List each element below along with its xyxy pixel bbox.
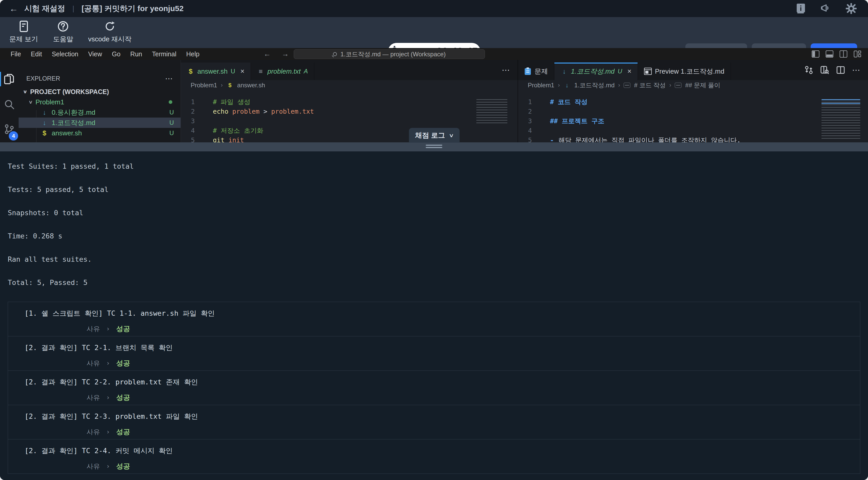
toggle-panel-icon[interactable] [826, 50, 833, 58]
tab-problem-txt[interactable]: ≡ problem.txt A [251, 62, 314, 80]
reason-toggle[interactable]: 사유 [87, 393, 100, 402]
tab-preview-md[interactable]: Preview 1.코드작성.md [638, 62, 731, 80]
tree-file-1[interactable]: ↓ 1.코드작성.md U [19, 118, 181, 128]
code-line: 4 # 저장소 초기화 [181, 126, 518, 136]
breadcrumb-left[interactable]: Problem1 › $ answer.sh [181, 80, 518, 90]
panel-resize-divider[interactable] [0, 142, 868, 151]
chevron-down-icon: ∨ [23, 89, 28, 95]
code-line: 1 # 파일 생성 [181, 97, 518, 107]
status-pass: 성공 [116, 359, 130, 368]
editor-group-right: 문제 ↓ 1.코드작성.md U × Preview 1.코드작성.md [518, 60, 868, 142]
tree-file-0[interactable]: ↓ 0.응시환경.md U [19, 107, 181, 118]
info-book-icon[interactable] [796, 3, 806, 14]
search-text: 1.코드작성.md — project (Workspace) [340, 50, 446, 58]
open-preview-icon[interactable] [820, 66, 829, 74]
close-icon[interactable]: × [627, 67, 631, 76]
menu-terminal[interactable]: Terminal [147, 50, 181, 58]
shell-file-icon: $ [41, 129, 48, 137]
breadcrumb-item[interactable]: # 코드 작성 [634, 81, 666, 89]
test-case-title: [2. 결과 확인] TC 2-1. 브랜치 목록 확인 [25, 343, 860, 352]
restart-icon [104, 21, 116, 32]
grading-log-label: 채점 로그 [415, 131, 445, 140]
breadcrumb-right[interactable]: Problem1 › ↓ 1.코드작성.md › # 코드 작성 › ## 문제… [518, 80, 868, 90]
menu-go[interactable]: Go [107, 50, 125, 58]
customize-layout-icon[interactable] [854, 50, 861, 58]
view-problem-button[interactable]: 문제 보기 [9, 21, 38, 44]
code-editor-answer-sh[interactable]: 1 # 파일 생성 2 echo problem > problem.txt 3… [181, 90, 518, 142]
exam-reset-link[interactable]: 시험 재설정 [24, 3, 65, 14]
more-actions-icon[interactable]: ⋯ [502, 65, 510, 75]
title-separator: | [72, 4, 74, 13]
reason-toggle[interactable]: 사유 [87, 325, 100, 333]
breadcrumb-item[interactable]: 1.코드작성.md [574, 81, 615, 89]
tab-code-md[interactable]: ↓ 1.코드작성.md U × [554, 62, 638, 80]
chevron-right-icon: › [106, 325, 110, 332]
chevron-right-icon: › [618, 82, 620, 89]
explorer-icon[interactable] [4, 73, 15, 85]
menu-file[interactable]: File [6, 50, 26, 58]
markdown-editor-code-md[interactable]: 1 # 코드 작성 2 3 ## 프로젝트 구조 4 5 -해당 문제에 [518, 90, 868, 142]
megaphone-icon[interactable] [820, 3, 831, 14]
menu-edit[interactable]: Edit [26, 50, 47, 58]
code-token: # 파일 생성 [213, 98, 250, 106]
back-arrow-icon[interactable]: ← [9, 4, 18, 14]
active-view-indicator [0, 72, 1, 86]
text-file-icon: ≡ [257, 67, 264, 76]
breadcrumb-item[interactable]: Problem1 [528, 82, 554, 89]
toggle-sidebar-icon[interactable] [812, 50, 819, 58]
vscode-menu-bar: File Edit Selection View Go Run Terminal… [0, 48, 868, 60]
more-actions-icon[interactable]: ⋯ [852, 65, 861, 75]
code-line: 2 echo problem > problem.txt [181, 107, 518, 116]
tree-folder-problem1[interactable]: ∨ Problem1 [19, 97, 181, 107]
tab-problem[interactable]: 문제 [518, 62, 554, 80]
breadcrumb-item[interactable]: Problem1 [191, 82, 217, 89]
md-list-text: 해당 문제에서는 직접 파일이나 폴더를 조작하지 않습니다. [554, 137, 741, 142]
compare-changes-icon[interactable] [804, 66, 813, 74]
reason-toggle[interactable]: 사유 [87, 359, 100, 368]
md-list-dash: - [550, 137, 554, 142]
drag-handle-icon[interactable] [426, 145, 442, 146]
chevron-right-icon: › [106, 360, 110, 367]
toggle-secondary-sidebar-icon[interactable] [840, 50, 847, 58]
close-icon[interactable]: × [240, 67, 244, 76]
tab-label: answer.sh [197, 67, 227, 76]
tree-file-2[interactable]: $ answer.sh U [19, 128, 181, 138]
breadcrumb-item[interactable]: answer.sh [237, 82, 265, 89]
menu-selection[interactable]: Selection [47, 50, 83, 58]
menu-run[interactable]: Run [125, 50, 147, 58]
reason-toggle[interactable]: 사유 [87, 427, 100, 437]
chevron-right-icon: › [669, 82, 671, 89]
reason-toggle[interactable]: 사유 [87, 462, 100, 471]
status-pass: 성공 [116, 427, 130, 437]
grading-log-button[interactable]: 채점 로그 ∨ [409, 128, 460, 143]
help-button[interactable]: 도움말 [53, 21, 73, 44]
test-case-title: [1. 쉘 스크립트 확인] TC 1-1. answer.sh 파일 확인 [25, 309, 860, 318]
symbol-icon [675, 83, 681, 88]
vscode-restart-button[interactable]: vscode 재시작 [88, 21, 131, 44]
markdown-file-icon: ↓ [563, 82, 571, 89]
clipboard-icon [524, 67, 531, 76]
workspace-section-label: PROJECT (WORKSPACE) [30, 88, 109, 96]
workspace-section[interactable]: ∨ PROJECT (WORKSPACE) [19, 87, 181, 97]
activity-bar: 4 [0, 60, 19, 142]
menu-help[interactable]: Help [181, 50, 204, 58]
tab-bar-left: $ answer.sh U × ≡ problem.txt A ⋯ [181, 60, 518, 80]
nav-forward-icon[interactable]: → [282, 50, 289, 58]
gear-icon[interactable] [846, 3, 857, 14]
line-number: 4 [181, 126, 203, 136]
git-status-badge: U [169, 119, 174, 126]
menu-view[interactable]: View [83, 50, 107, 58]
tab-answer-sh[interactable]: $ answer.sh U × [181, 62, 251, 80]
explorer-more-icon[interactable]: ⋯ [165, 74, 173, 83]
line-number: 1 [518, 97, 540, 107]
command-center-search[interactable]: 1.코드작성.md — project (Workspace) [294, 49, 485, 59]
search-view-icon[interactable] [4, 99, 15, 110]
tab-label: Preview 1.코드작성.md [655, 67, 724, 76]
nav-back-icon[interactable]: ← [264, 50, 271, 58]
test-case-row: [2. 결과 확인] TC 2-1. 브랜치 목록 확인 사유 › 성공 [8, 336, 860, 371]
breadcrumb-item[interactable]: ## 문제 풀이 [685, 81, 720, 89]
summary-tests: Tests: 5 passed, 5 total [8, 185, 868, 194]
split-editor-icon[interactable] [836, 66, 845, 74]
code-token: problem.txt [268, 108, 314, 115]
chevron-right-icon: › [106, 428, 110, 436]
